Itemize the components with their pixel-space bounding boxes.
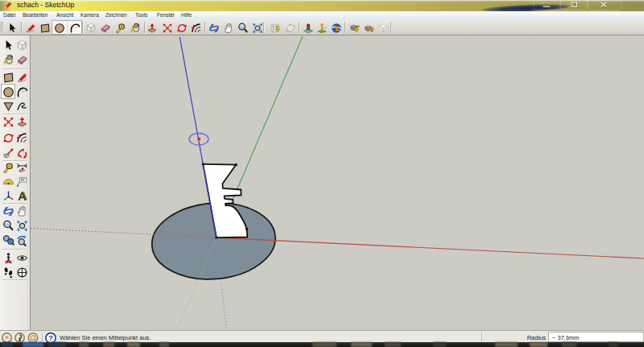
svg-text:?: ?	[48, 333, 53, 342]
